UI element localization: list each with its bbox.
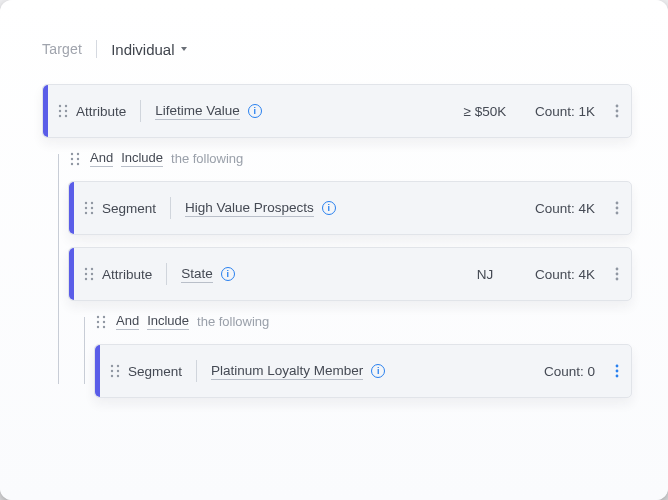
target-label: Target xyxy=(42,41,82,57)
svg-point-7 xyxy=(616,110,619,113)
divider xyxy=(166,263,167,285)
row-accent xyxy=(95,345,100,397)
svg-point-27 xyxy=(91,273,93,275)
info-icon[interactable]: i xyxy=(221,267,235,281)
svg-point-37 xyxy=(97,325,99,327)
criteria-row: Attribute State i NJ Count: 4K xyxy=(68,247,632,301)
svg-point-33 xyxy=(97,315,99,317)
svg-point-11 xyxy=(71,157,73,159)
criteria-kind: Segment xyxy=(102,201,156,216)
svg-point-13 xyxy=(71,162,73,164)
svg-point-2 xyxy=(59,110,61,112)
criteria-value: Platinum Loyalty Member xyxy=(211,363,363,380)
drag-handle-icon[interactable] xyxy=(84,267,94,281)
criteria-row: Segment Platinum Loyalty Member i Count:… xyxy=(94,344,632,398)
criteria-count: Count: 1K xyxy=(535,104,595,119)
criteria-group: And Include the following Segment High V… xyxy=(64,150,632,398)
segment-builder-card: Target Individual Attribute Lifetime Val… xyxy=(0,0,668,500)
svg-point-30 xyxy=(616,268,619,271)
info-icon[interactable]: i xyxy=(322,201,336,215)
svg-point-32 xyxy=(616,278,619,281)
svg-point-20 xyxy=(91,212,93,214)
svg-point-4 xyxy=(59,115,61,117)
svg-point-40 xyxy=(117,365,119,367)
svg-point-23 xyxy=(616,212,619,215)
drag-handle-icon[interactable] xyxy=(84,201,94,215)
criteria-kind: Attribute xyxy=(102,267,152,282)
criteria-row: Attribute Lifetime Value i ≥ $50K Count:… xyxy=(42,84,632,138)
drag-handle-icon[interactable] xyxy=(96,315,106,329)
criteria-row: Segment High Value Prospects i Count: 4K xyxy=(68,181,632,235)
divider xyxy=(140,100,141,122)
svg-point-28 xyxy=(85,278,87,280)
svg-point-38 xyxy=(103,325,105,327)
group-rest-label: the following xyxy=(171,151,243,166)
criteria-kind: Segment xyxy=(128,364,182,379)
target-type-text: Individual xyxy=(111,41,174,58)
svg-point-10 xyxy=(77,152,79,154)
svg-point-21 xyxy=(616,202,619,205)
svg-point-16 xyxy=(91,202,93,204)
criteria-value: High Value Prospects xyxy=(185,200,314,217)
criteria-kind: Attribute xyxy=(76,104,126,119)
svg-point-36 xyxy=(103,320,105,322)
drag-handle-icon[interactable] xyxy=(110,364,120,378)
row-accent xyxy=(69,182,74,234)
svg-point-42 xyxy=(117,370,119,372)
criteria-value: Lifetime Value xyxy=(155,103,240,120)
row-accent xyxy=(43,85,48,137)
svg-point-17 xyxy=(85,207,87,209)
group-operator[interactable]: And xyxy=(116,313,139,330)
svg-point-34 xyxy=(103,315,105,317)
svg-point-19 xyxy=(85,212,87,214)
row-accent xyxy=(69,248,74,300)
svg-point-35 xyxy=(97,320,99,322)
svg-point-22 xyxy=(616,207,619,210)
criteria-group: And Include the following Segment Platin… xyxy=(90,313,632,398)
criteria-value-picker[interactable]: Lifetime Value i xyxy=(155,103,262,120)
divider xyxy=(170,197,171,219)
info-icon[interactable]: i xyxy=(248,104,262,118)
criteria-operator[interactable]: NJ xyxy=(455,267,515,282)
drag-handle-icon[interactable] xyxy=(58,104,68,118)
header-bar: Target Individual xyxy=(42,40,632,58)
svg-point-9 xyxy=(71,152,73,154)
info-icon[interactable]: i xyxy=(371,364,385,378)
criteria-value: State xyxy=(181,266,213,283)
divider xyxy=(196,360,197,382)
row-more-button[interactable] xyxy=(603,364,631,378)
criteria-value-picker[interactable]: State i xyxy=(181,266,235,283)
svg-point-0 xyxy=(59,105,61,107)
svg-point-15 xyxy=(85,202,87,204)
row-more-button[interactable] xyxy=(603,267,631,281)
svg-point-41 xyxy=(111,370,113,372)
criteria-value-picker[interactable]: Platinum Loyalty Member i xyxy=(211,363,385,380)
group-mode[interactable]: Include xyxy=(121,150,163,167)
svg-point-43 xyxy=(111,375,113,377)
row-more-button[interactable] xyxy=(603,104,631,118)
svg-point-31 xyxy=(616,273,619,276)
divider xyxy=(96,40,97,58)
row-more-button[interactable] xyxy=(603,201,631,215)
svg-point-6 xyxy=(616,105,619,108)
group-mode[interactable]: Include xyxy=(147,313,189,330)
criteria-count: Count: 4K xyxy=(535,267,595,282)
svg-point-25 xyxy=(91,268,93,270)
svg-point-24 xyxy=(85,268,87,270)
svg-point-47 xyxy=(616,375,619,378)
criteria-count: Count: 4K xyxy=(535,201,595,216)
criteria-value-picker[interactable]: High Value Prospects i xyxy=(185,200,336,217)
svg-point-14 xyxy=(77,162,79,164)
svg-point-45 xyxy=(616,365,619,368)
target-type-dropdown[interactable]: Individual xyxy=(111,41,186,58)
svg-point-8 xyxy=(616,115,619,118)
svg-point-3 xyxy=(65,110,67,112)
svg-point-5 xyxy=(65,115,67,117)
chevron-down-icon xyxy=(181,47,187,51)
drag-handle-icon[interactable] xyxy=(70,152,80,166)
criteria-operator[interactable]: ≥ $50K xyxy=(455,104,515,119)
svg-point-18 xyxy=(91,207,93,209)
group-operator[interactable]: And xyxy=(90,150,113,167)
svg-point-1 xyxy=(65,105,67,107)
svg-point-12 xyxy=(77,157,79,159)
